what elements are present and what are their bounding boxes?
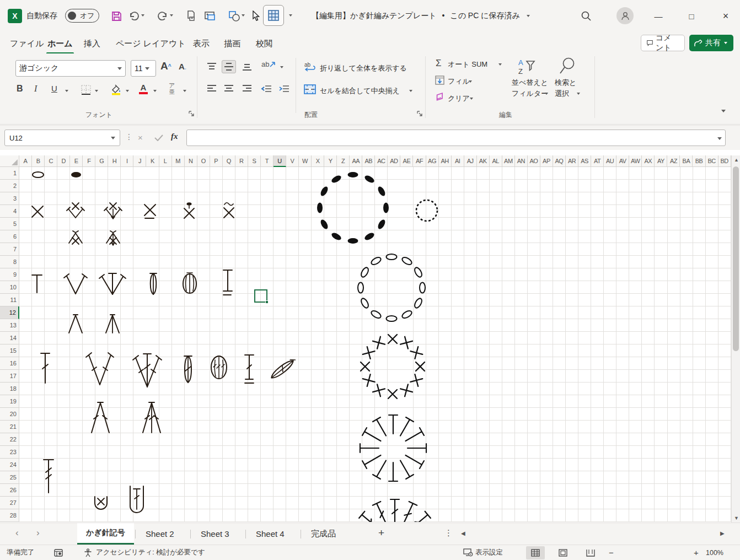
- autosave-toggle[interactable]: オフ: [65, 9, 99, 23]
- sheet-tab-Sheet 2[interactable]: Sheet 2: [137, 523, 183, 545]
- redo-dropdown-icon[interactable]: [170, 14, 173, 17]
- table-grid-button[interactable]: [263, 5, 284, 26]
- row-header-13[interactable]: 13: [0, 319, 19, 332]
- row-header-11[interactable]: 11: [0, 294, 19, 306]
- bold-button[interactable]: B: [17, 84, 23, 94]
- enter-formula-icon[interactable]: [154, 134, 163, 141]
- borders-icon[interactable]: [81, 84, 92, 95]
- column-header-L[interactable]: L: [159, 155, 172, 167]
- sort-filter-icon[interactable]: AZ: [517, 58, 536, 77]
- row-header-20[interactable]: 20: [0, 408, 19, 421]
- column-header-I[interactable]: I: [121, 155, 133, 167]
- hscroll-right-icon[interactable]: ▶: [720, 530, 725, 536]
- orientation-dropdown-icon[interactable]: [280, 66, 283, 68]
- column-header-AQ[interactable]: AQ: [553, 155, 566, 167]
- merge-center-label[interactable]: セルを結合して中央揃え: [320, 86, 400, 96]
- column-header-C[interactable]: C: [45, 155, 57, 167]
- column-header-K[interactable]: K: [146, 155, 159, 167]
- column-header-Y[interactable]: Y: [324, 155, 337, 167]
- fill-icon[interactable]: [435, 76, 444, 85]
- column-header-BC[interactable]: BC: [706, 155, 718, 167]
- align-dialog-launcher[interactable]: [417, 111, 423, 117]
- view-page-break-icon[interactable]: [581, 546, 600, 559]
- redo-icon[interactable]: [155, 9, 170, 23]
- row-header-1[interactable]: 1: [0, 167, 19, 180]
- table-grid-dropdown-icon[interactable]: [289, 14, 292, 17]
- vertical-scroll-thumb[interactable]: [733, 166, 739, 351]
- column-header-AO[interactable]: AO: [528, 155, 540, 167]
- view-page-layout-icon[interactable]: [554, 546, 572, 559]
- column-header-J[interactable]: J: [133, 155, 146, 167]
- column-header-W[interactable]: W: [299, 155, 312, 167]
- decrease-indent-icon[interactable]: [259, 82, 274, 95]
- phonetic-icon[interactable]: ア 亜: [169, 83, 175, 95]
- sheet-nav-next-icon[interactable]: ›: [36, 527, 40, 539]
- column-header-AW[interactable]: AW: [629, 155, 642, 167]
- sheet-tab-完成品[interactable]: 完成品: [302, 523, 345, 545]
- clear-icon[interactable]: [435, 93, 445, 102]
- column-header-T[interactable]: T: [261, 155, 274, 167]
- column-header-F[interactable]: F: [83, 155, 95, 167]
- column-header-AH[interactable]: AH: [439, 155, 452, 167]
- scroll-up-icon[interactable]: ▲: [734, 157, 739, 163]
- clear-label[interactable]: クリア: [448, 94, 470, 104]
- column-header-AM[interactable]: AM: [502, 155, 515, 167]
- row-header-2[interactable]: 2: [0, 180, 19, 192]
- column-header-U[interactable]: U: [274, 155, 286, 167]
- select-all-corner[interactable]: [0, 155, 19, 167]
- document-title[interactable]: 【編集用】かぎ針編みテンプレート • この PC に保存済み: [312, 11, 530, 21]
- column-header-Z[interactable]: Z: [337, 155, 350, 167]
- borders-dropdown-icon[interactable]: [95, 90, 98, 92]
- column-header-AB[interactable]: AB: [362, 155, 375, 167]
- column-header-B[interactable]: B: [32, 155, 45, 167]
- column-header-Q[interactable]: Q: [223, 155, 235, 167]
- font-dialog-launcher[interactable]: [189, 111, 195, 117]
- drag-dots-icon[interactable]: ⋮: [125, 132, 133, 141]
- row-header-26[interactable]: 26: [0, 484, 19, 497]
- column-header-O[interactable]: O: [197, 155, 210, 167]
- display-settings-label[interactable]: 表示設定: [475, 545, 503, 560]
- formula-expand-icon[interactable]: [717, 137, 722, 140]
- excel-logo-icon[interactable]: X: [8, 9, 22, 23]
- ribbon-tab-校閲[interactable]: 校閲: [254, 35, 275, 52]
- insert-function-icon[interactable]: fx: [171, 132, 178, 141]
- column-header-AL[interactable]: AL: [490, 155, 502, 167]
- column-header-R[interactable]: R: [235, 155, 248, 167]
- row-header-27[interactable]: 27: [0, 497, 19, 509]
- column-header-AZ[interactable]: AZ: [667, 155, 680, 167]
- ribbon-tab-ホーム[interactable]: ホーム: [45, 35, 75, 52]
- row-header-19[interactable]: 19: [0, 395, 19, 408]
- sort-filter-label-2[interactable]: フィルター: [512, 89, 548, 99]
- row-header-21[interactable]: 21: [0, 421, 19, 433]
- column-header-P[interactable]: P: [210, 155, 223, 167]
- undo-icon[interactable]: [127, 9, 141, 23]
- autosum-dropdown-icon[interactable]: [498, 63, 502, 66]
- sort-filter-label-1[interactable]: 並べ替えと: [512, 78, 548, 88]
- row-header-3[interactable]: 3: [0, 192, 19, 205]
- row-header-9[interactable]: 9: [0, 268, 19, 281]
- wrap-text-label[interactable]: 折り返して全体を表示する: [320, 63, 407, 73]
- add-sheet-button[interactable]: +: [378, 527, 384, 539]
- row-header-28[interactable]: 28: [0, 509, 19, 522]
- sheet-nav-prev-icon[interactable]: ‹: [15, 527, 19, 539]
- column-header-AG[interactable]: AG: [426, 155, 439, 167]
- column-header-AY[interactable]: AY: [655, 155, 667, 167]
- name-box[interactable]: U12: [4, 130, 120, 146]
- increase-font-icon[interactable]: A^: [160, 60, 171, 72]
- accessibility-status[interactable]: アクセシビリティ: 検討が必要です: [96, 545, 205, 560]
- scroll-down-icon[interactable]: ▼: [734, 515, 739, 521]
- display-settings-icon[interactable]: [463, 545, 473, 560]
- hscroll-left-icon[interactable]: ◀: [461, 530, 465, 536]
- ribbon-tab-描画[interactable]: 描画: [222, 35, 243, 52]
- collapse-ribbon-icon[interactable]: [721, 110, 726, 112]
- row-header-17[interactable]: 17: [0, 370, 19, 383]
- row-header-18[interactable]: 18: [0, 383, 19, 395]
- align-left-icon[interactable]: [205, 82, 219, 95]
- zoom-out-icon[interactable]: −: [609, 545, 614, 560]
- view-normal-icon[interactable]: [526, 546, 545, 559]
- find-select-label-1[interactable]: 検索と: [555, 78, 576, 88]
- maximize-button[interactable]: □: [679, 7, 704, 25]
- shapes-dropdown-icon[interactable]: [242, 14, 245, 17]
- autosum-label[interactable]: オート SUM: [448, 60, 487, 69]
- align-right-icon[interactable]: [240, 82, 254, 95]
